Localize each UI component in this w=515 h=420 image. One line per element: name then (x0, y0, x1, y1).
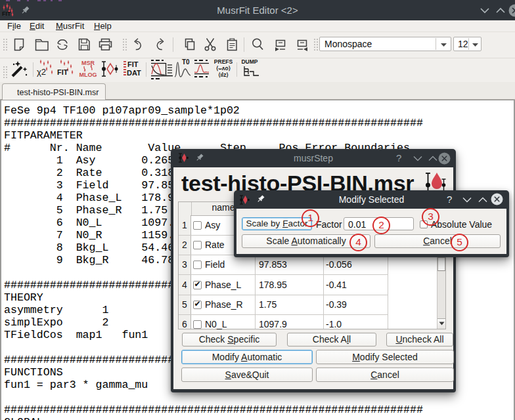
svg-text:FIT: FIT (57, 68, 68, 76)
svg-text:PREFS: PREFS (214, 58, 233, 65)
svg-text:T0: T0 (182, 58, 190, 66)
svg-text:χ2: χ2 (37, 67, 46, 77)
svg-text:FIT: FIT (127, 60, 139, 68)
svg-text:MLOG: MLOG (79, 72, 97, 78)
svg-text:DUMP: DUMP (241, 58, 258, 65)
svg-text:MSR: MSR (81, 60, 95, 66)
svg-text:DAT: DAT (127, 69, 141, 77)
svg-text:⟨ılz⟩: ⟨ılz⟩ (218, 72, 229, 78)
svg-text:⟨⌣ʌo⟩: ⟨⌣ʌo⟩ (216, 65, 231, 72)
